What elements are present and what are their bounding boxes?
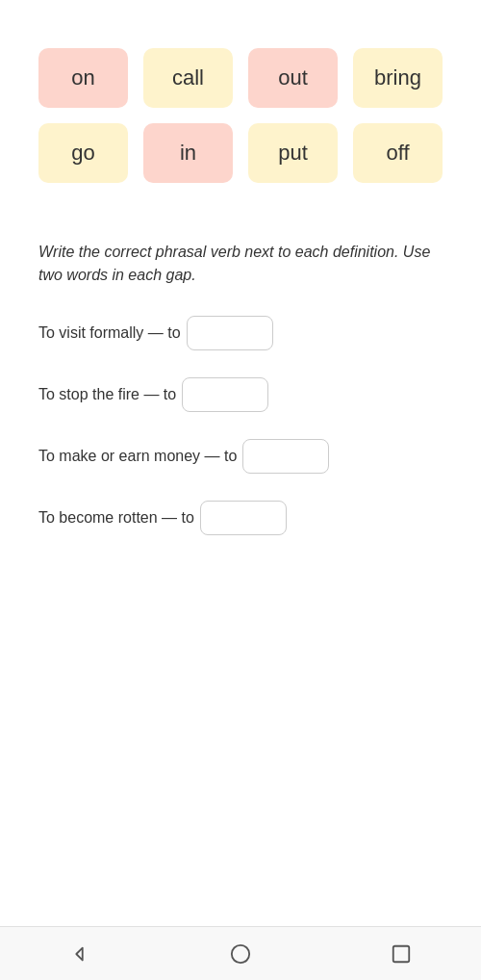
main-content: oncalloutbringgoinputoff Write the corre…	[0, 0, 481, 926]
exercise-label-1: To visit formally — to	[38, 324, 181, 342]
word-tile-in: in	[143, 123, 233, 183]
exercise-item-2: To stop the fire — to	[38, 377, 443, 412]
word-tile-go: go	[38, 123, 128, 183]
word-tile-off: off	[353, 123, 443, 183]
word-tile-put: put	[248, 123, 338, 183]
instructions-text: Write the correct phrasal verb next to e…	[38, 241, 443, 287]
svg-rect-2	[392, 945, 409, 962]
answer-box-2[interactable]	[182, 377, 268, 412]
word-tile-on: on	[38, 48, 128, 108]
word-grid: oncalloutbringgoinputoff	[38, 48, 443, 183]
nav-bar	[0, 926, 481, 980]
exercise-list: To visit formally — toTo stop the fire —…	[38, 316, 443, 535]
recent-button[interactable]	[388, 941, 415, 967]
answer-box-1[interactable]	[187, 316, 273, 350]
word-tile-bring: bring	[353, 48, 443, 108]
answer-box-4[interactable]	[200, 501, 287, 535]
exercise-label-4: To become rotten — to	[38, 509, 194, 527]
exercise-label-2: To stop the fire — to	[38, 386, 176, 403]
exercise-item-1: To visit formally — to	[38, 316, 443, 350]
svg-marker-0	[77, 947, 83, 960]
svg-point-1	[232, 944, 249, 962]
exercise-item-3: To make or earn money — to	[38, 439, 443, 474]
exercise-item-4: To become rotten — to	[38, 501, 443, 535]
word-tile-out: out	[248, 48, 338, 108]
answer-box-3[interactable]	[242, 439, 329, 474]
back-button[interactable]	[66, 941, 93, 967]
exercise-label-3: To make or earn money — to	[38, 448, 237, 465]
home-button[interactable]	[227, 941, 254, 967]
word-tile-call: call	[143, 48, 233, 108]
